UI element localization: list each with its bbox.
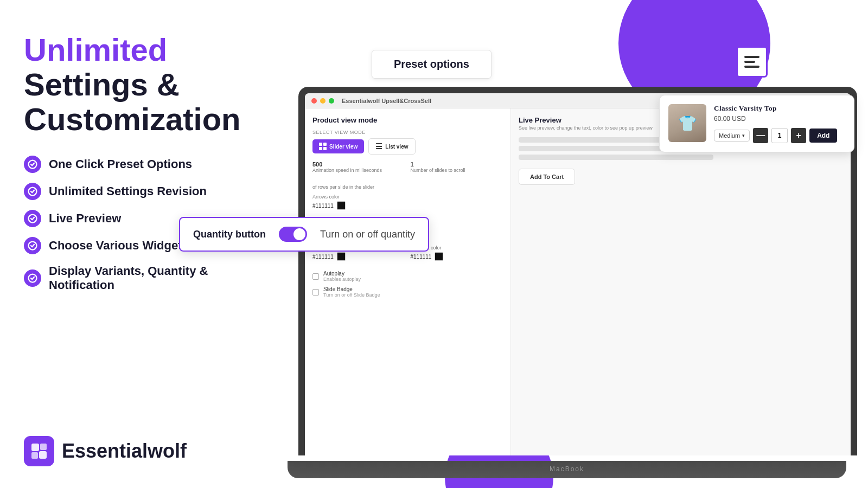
svg-rect-6 bbox=[40, 444, 47, 450]
menu-line-3 bbox=[744, 66, 760, 68]
product-image: 👕 bbox=[668, 104, 706, 142]
product-price: 60.00 USD bbox=[714, 115, 845, 123]
hero-title-line1: Unlimited bbox=[24, 32, 167, 67]
slide-badge-checkbox[interactable] bbox=[312, 289, 319, 296]
slider-view-label: Slider view bbox=[329, 144, 358, 150]
slide-dot-color-picker[interactable]: #111111 bbox=[411, 252, 503, 261]
active-dot-color-swatch[interactable] bbox=[337, 252, 346, 261]
brand-footer: Essentialwolf bbox=[24, 436, 187, 466]
hero-title-line3: Customization bbox=[24, 101, 241, 137]
app-title: Essentialwolf Upsell&CrossSell bbox=[342, 98, 431, 104]
rows-per-slide-label: of rows per slide in the slider bbox=[312, 184, 503, 190]
preset-options-box[interactable]: Preset options bbox=[372, 50, 492, 79]
check-icon-widget bbox=[24, 237, 41, 254]
settings-section-title: Product view mode bbox=[312, 116, 503, 124]
slide-badge-desc: Turn on or off Slide Badge bbox=[323, 292, 380, 298]
left-panel: Unlimited Settings & Customization One C… bbox=[24, 33, 252, 302]
arrows-color-group: Arrows color #111111 bbox=[312, 194, 405, 210]
arrows-color-label: Arrows color bbox=[312, 194, 405, 200]
menu-icon-box[interactable] bbox=[736, 46, 768, 78]
add-button[interactable]: Add bbox=[809, 129, 837, 143]
feature-label-revision: Unlimited Settings Revision bbox=[49, 184, 207, 198]
slider-settings-row: 500 Animation speed in milliseconds 1 Nu… bbox=[312, 161, 503, 179]
autoplay-desc: Enables autoplay bbox=[323, 277, 361, 282]
menu-line-1 bbox=[744, 56, 760, 58]
product-image-figure: 👕 bbox=[668, 104, 706, 142]
quantity-value: 1 bbox=[771, 128, 788, 143]
chevron-down-icon: ▾ bbox=[742, 133, 745, 138]
arrows-color-swatch[interactable] bbox=[337, 201, 346, 210]
feature-item-revision: Unlimited Settings Revision bbox=[24, 183, 252, 200]
titlebar-maximize-dot[interactable] bbox=[329, 98, 334, 104]
slider-speed-value: 500 bbox=[312, 161, 405, 168]
check-icon-preview bbox=[24, 210, 41, 227]
preset-options-label: Preset options bbox=[394, 58, 469, 70]
titlebar-close-dot[interactable] bbox=[311, 98, 317, 104]
quantity-plus-button[interactable]: + bbox=[791, 128, 806, 143]
menu-line-2 bbox=[744, 61, 755, 63]
autoplay-label: Autoplay bbox=[323, 271, 361, 277]
quantity-minus-button[interactable]: — bbox=[753, 128, 768, 143]
check-icon-preset bbox=[24, 156, 41, 173]
svg-rect-5 bbox=[31, 444, 39, 451]
laptop-base: MacBook bbox=[288, 461, 846, 478]
app-body: Product view mode SELECT VIEW MODE bbox=[305, 108, 851, 455]
slide-dot-color-swatch[interactable] bbox=[435, 252, 443, 261]
slider-view-button[interactable]: Slider view bbox=[312, 139, 364, 153]
svg-rect-7 bbox=[31, 452, 38, 459]
add-to-cart-button[interactable]: Add To Cart bbox=[519, 169, 575, 185]
feature-label-variants: Display Variants, Quantity & Notificatio… bbox=[49, 264, 252, 292]
brand-logo-icon bbox=[29, 441, 49, 461]
active-dot-color-value: #111111 bbox=[312, 254, 334, 260]
autoplay-row: Autoplay Enables autoplay bbox=[312, 271, 503, 282]
variant-label: Medium bbox=[719, 132, 740, 139]
skeleton-line-3 bbox=[519, 155, 713, 160]
brand-logo-box bbox=[24, 436, 54, 466]
product-name: Classic Varsity Top bbox=[714, 104, 845, 113]
titlebar-minimize-dot[interactable] bbox=[320, 98, 326, 104]
brand-name: Essentialwolf bbox=[62, 440, 187, 463]
slider-speed-label: Animation speed in milliseconds bbox=[312, 168, 405, 173]
list-view-label: List view bbox=[385, 144, 408, 150]
toggle-switch[interactable] bbox=[279, 227, 307, 242]
feature-item-preset: One Click Preset Options bbox=[24, 156, 252, 173]
active-dot-color-picker[interactable]: #111111 bbox=[312, 252, 405, 261]
check-icon-variants bbox=[24, 269, 41, 287]
feature-label-preset: One Click Preset Options bbox=[49, 157, 192, 171]
callout-description: Turn on or off quantity bbox=[320, 229, 415, 240]
view-mode-options: Slider view ☰ List view bbox=[312, 138, 503, 155]
slide-dot-color-value: #111111 bbox=[411, 254, 432, 260]
hero-title-line2: Settings & bbox=[24, 67, 180, 102]
toggle-track[interactable] bbox=[279, 227, 307, 242]
arrows-color-picker[interactable]: #111111 bbox=[312, 201, 405, 210]
settings-panel: Product view mode SELECT VIEW MODE bbox=[305, 108, 511, 455]
live-preview-panel: Live Preview See live preview, change th… bbox=[511, 108, 851, 455]
check-icon-revision bbox=[24, 183, 41, 200]
variant-select[interactable]: Medium ▾ bbox=[714, 130, 750, 142]
slider-view-icon bbox=[319, 143, 327, 150]
product-info: Classic Varsity Top 60.00 USD Medium ▾ —… bbox=[714, 104, 845, 143]
quantity-callout: Quantity button Turn on or off quantity bbox=[179, 217, 429, 252]
slides-to-scroll-value: 1 bbox=[411, 161, 503, 168]
autoplay-checkbox[interactable] bbox=[312, 273, 319, 280]
feature-item-variants: Display Variants, Quantity & Notificatio… bbox=[24, 264, 252, 292]
svg-rect-8 bbox=[39, 451, 47, 459]
slide-badge-label: Slide Badge bbox=[323, 286, 380, 292]
select-view-mode-label: SELECT VIEW MODE bbox=[312, 130, 503, 135]
product-controls: Medium ▾ — 1 + Add bbox=[714, 128, 845, 143]
hero-title: Unlimited Settings & Customization bbox=[24, 33, 252, 136]
rows-per-slide-group: of rows per slide in the slider bbox=[312, 184, 503, 190]
slider-speed-group: 500 Animation speed in milliseconds bbox=[312, 161, 405, 175]
slide-badge-row: Slide Badge Turn on or off Slide Badge bbox=[312, 286, 503, 298]
arrows-color-row: Arrows color #111111 bbox=[312, 194, 503, 214]
slides-to-scroll-group: 1 Number of slides to scroll bbox=[411, 161, 503, 175]
product-card-inner: 👕 Classic Varsity Top 60.00 USD Medium ▾… bbox=[668, 104, 845, 143]
feature-label-preview: Live Preview bbox=[49, 211, 121, 226]
right-panel: Preset options Essentialwolf Upsell&Cros… bbox=[266, 16, 868, 488]
menu-lines-icon bbox=[744, 56, 760, 68]
arrows-color-value: #111111 bbox=[312, 203, 334, 209]
product-card-popup: 👕 Classic Varsity Top 60.00 USD Medium ▾… bbox=[659, 95, 854, 152]
list-view-button[interactable]: ☰ List view bbox=[368, 138, 415, 155]
list-view-icon: ☰ bbox=[375, 142, 382, 151]
slides-to-scroll-label: Number of slides to scroll bbox=[411, 168, 503, 173]
